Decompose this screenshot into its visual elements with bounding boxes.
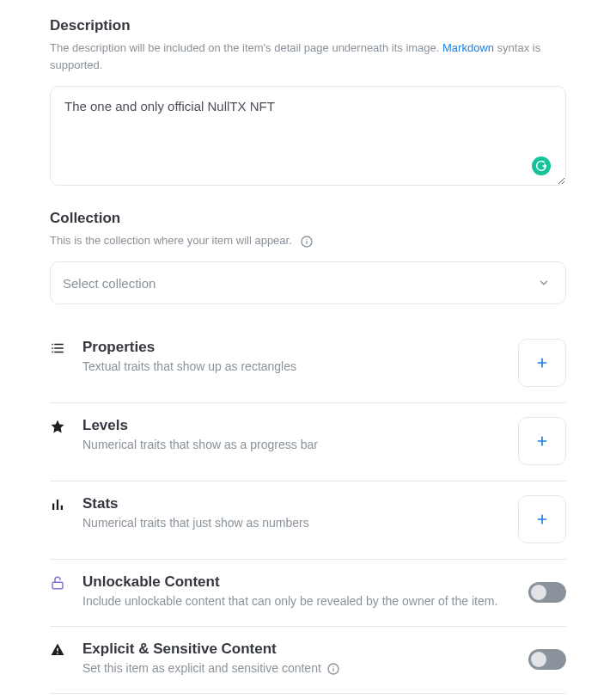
svg-rect-5 [52,348,53,350]
properties-title: Properties [82,339,518,356]
list-icon [50,340,69,359]
levels-body: Levels Numerical traits that show as a p… [82,417,518,454]
properties-body: Properties Textual traits that show up a… [82,339,518,376]
svg-rect-19 [57,648,58,652]
add-stats-button[interactable] [518,495,566,543]
svg-rect-8 [54,352,64,353]
add-properties-button[interactable] [518,339,566,387]
svg-rect-6 [54,348,64,350]
svg-point-23 [332,666,333,667]
collection-section: Collection This is the collection where … [50,210,566,304]
unlock-icon [50,575,69,594]
stats-title: Stats [82,495,518,512]
levels-row: Levels Numerical traits that show as a p… [50,403,566,481]
properties-desc: Textual traits that show up as rectangle… [82,358,518,376]
star-icon [50,419,69,438]
explicit-row: Explicit & Sensitive Content Set this it… [50,627,566,694]
description-textarea-wrap [50,86,566,189]
add-levels-button[interactable] [518,417,566,465]
info-icon[interactable] [300,235,314,248]
stats-body: Stats Numerical traits that just show as… [82,495,518,532]
svg-rect-7 [52,352,53,353]
grammarly-icon[interactable] [532,156,551,175]
info-icon[interactable] [326,662,340,676]
levels-title: Levels [82,417,518,434]
chevron-down-icon [538,277,550,289]
svg-point-2 [307,239,308,240]
unlockable-body: Unlockable Content Include unlockable co… [82,573,528,610]
explicit-body: Explicit & Sensitive Content Set this it… [82,641,528,678]
svg-rect-13 [52,504,54,511]
markdown-link[interactable]: Markdown [442,41,494,54]
collection-help: This is the collection where your item w… [50,234,292,247]
explicit-desc-row: Set this item as explicit and sensitive … [82,659,528,678]
unlockable-title: Unlockable Content [82,573,528,591]
svg-rect-15 [61,506,63,510]
svg-rect-3 [52,344,53,346]
properties-row: Properties Textual traits that show up a… [50,325,566,403]
description-textarea[interactable] [50,86,566,186]
svg-rect-4 [54,344,64,346]
explicit-toggle[interactable] [528,649,566,670]
description-help: The description will be included on the … [50,40,566,74]
collection-select-placeholder: Select collection [63,276,156,291]
collection-title: Collection [50,210,566,227]
collection-select[interactable]: Select collection [50,261,566,304]
svg-rect-20 [57,653,58,654]
description-section: Description The description will be incl… [50,17,566,189]
warning-icon [50,642,69,661]
description-help-pre: The description will be included on the … [50,41,442,54]
bars-icon [50,497,69,516]
stats-desc: Numerical traits that just show as numbe… [82,514,518,532]
unlockable-row: Unlockable Content Include unlockable co… [50,560,566,627]
stats-row: Stats Numerical traits that just show as… [50,481,566,560]
svg-rect-14 [57,500,58,510]
explicit-desc: Set this item as explicit and sensitive … [82,659,321,678]
collection-help-row: This is the collection where your item w… [50,232,566,249]
description-title: Description [50,17,566,34]
svg-rect-18 [52,583,63,590]
unlockable-desc: Include unlockable content that can only… [82,592,528,610]
unlockable-toggle[interactable] [528,582,566,603]
explicit-title: Explicit & Sensitive Content [82,641,528,658]
levels-desc: Numerical traits that show as a progress… [82,436,518,454]
